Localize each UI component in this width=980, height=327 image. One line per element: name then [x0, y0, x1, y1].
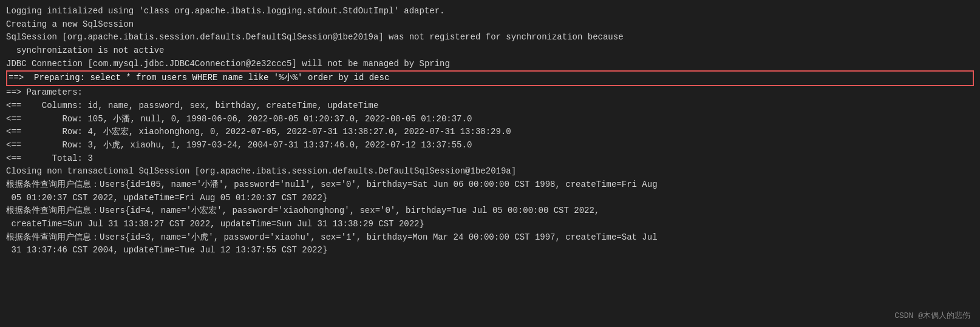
console-line: SqlSession [org.apache.ibatis.session.de…: [6, 31, 974, 44]
console-line: <== Columns: id, name, password, sex, bi…: [6, 99, 974, 113]
watermark: CSDN @木偶人的悲伤: [894, 310, 970, 321]
console-line: Closing non transactional SqlSession [or…: [6, 165, 974, 178]
console-line: synchronization is not active: [6, 44, 974, 58]
console-line: 根据条件查询用户信息：Users{id=3, name='小虎', passwo…: [6, 231, 974, 244]
console-line: <== Row: 105, 小潘, null, 0, 1998-06-06, 2…: [6, 113, 974, 126]
console-line: ==> Preparing: select * from users WHERE…: [6, 70, 974, 86]
console-line: createTime=Sun Jul 31 13:38:27 CST 2022,…: [6, 218, 974, 231]
console-line: <== Total: 3: [6, 152, 974, 166]
console-line: 31 13:37:46 CST 2004, updateTime=Tue Jul…: [6, 244, 974, 257]
console-line: 根据条件查询用户信息：Users{id=4, name='小宏宏', passw…: [6, 204, 974, 218]
console-line: ==> Parameters:: [6, 86, 974, 99]
console-line: 05 01:20:37 CST 2022, updateTime=Fri Aug…: [6, 192, 974, 205]
console-container: Logging initialized using 'class org.apa…: [0, 0, 980, 327]
console-line: Creating a new SqlSession: [6, 18, 974, 32]
console-line: JDBC Connection [com.mysql.jdbc.JDBC4Con…: [6, 58, 974, 71]
console-line: 根据条件查询用户信息：Users{id=105, name='小潘', pass…: [6, 178, 974, 192]
console-line: <== Row: 4, 小宏宏, xiaohonghong, 0, 2022-0…: [6, 126, 974, 139]
console-line: Logging initialized using 'class org.apa…: [6, 5, 974, 18]
console-line: <== Row: 3, 小虎, xiaohu, 1, 1997-03-24, 2…: [6, 139, 974, 152]
